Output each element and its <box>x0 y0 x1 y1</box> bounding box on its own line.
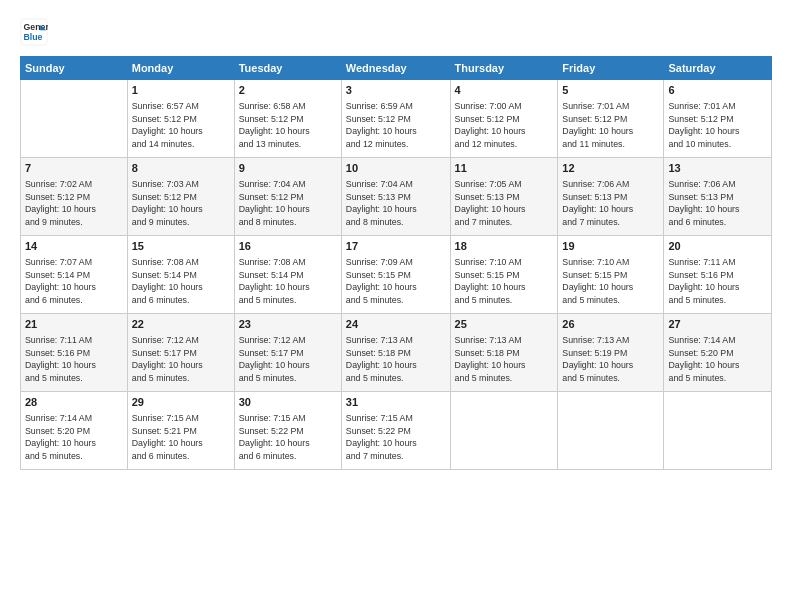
day-info: Sunrise: 7:03 AM Sunset: 5:12 PM Dayligh… <box>132 178 230 229</box>
day-number: 28 <box>25 395 123 411</box>
day-info: Sunrise: 7:06 AM Sunset: 5:13 PM Dayligh… <box>562 178 659 229</box>
day-cell <box>664 392 772 470</box>
day-number: 31 <box>346 395 446 411</box>
day-cell: 11Sunrise: 7:05 AM Sunset: 5:13 PM Dayli… <box>450 158 558 236</box>
day-cell: 13Sunrise: 7:06 AM Sunset: 5:13 PM Dayli… <box>664 158 772 236</box>
svg-text:General: General <box>24 22 49 32</box>
day-number: 17 <box>346 239 446 255</box>
day-cell: 26Sunrise: 7:13 AM Sunset: 5:19 PM Dayli… <box>558 314 664 392</box>
day-info: Sunrise: 7:00 AM Sunset: 5:12 PM Dayligh… <box>455 100 554 151</box>
day-number: 22 <box>132 317 230 333</box>
day-cell: 10Sunrise: 7:04 AM Sunset: 5:13 PM Dayli… <box>341 158 450 236</box>
weekday-header-thursday: Thursday <box>450 57 558 80</box>
day-number: 5 <box>562 83 659 99</box>
day-info: Sunrise: 7:01 AM Sunset: 5:12 PM Dayligh… <box>562 100 659 151</box>
weekday-header-wednesday: Wednesday <box>341 57 450 80</box>
day-cell: 28Sunrise: 7:14 AM Sunset: 5:20 PM Dayli… <box>21 392 128 470</box>
day-info: Sunrise: 7:10 AM Sunset: 5:15 PM Dayligh… <box>562 256 659 307</box>
day-number: 11 <box>455 161 554 177</box>
day-number: 20 <box>668 239 767 255</box>
day-number: 18 <box>455 239 554 255</box>
week-row-5: 28Sunrise: 7:14 AM Sunset: 5:20 PM Dayli… <box>21 392 772 470</box>
day-cell: 14Sunrise: 7:07 AM Sunset: 5:14 PM Dayli… <box>21 236 128 314</box>
day-number: 29 <box>132 395 230 411</box>
logo: General Blue <box>20 18 50 46</box>
day-number: 15 <box>132 239 230 255</box>
day-cell: 27Sunrise: 7:14 AM Sunset: 5:20 PM Dayli… <box>664 314 772 392</box>
day-cell: 18Sunrise: 7:10 AM Sunset: 5:15 PM Dayli… <box>450 236 558 314</box>
day-number: 6 <box>668 83 767 99</box>
day-info: Sunrise: 7:14 AM Sunset: 5:20 PM Dayligh… <box>668 334 767 385</box>
day-info: Sunrise: 7:08 AM Sunset: 5:14 PM Dayligh… <box>132 256 230 307</box>
day-cell: 16Sunrise: 7:08 AM Sunset: 5:14 PM Dayli… <box>234 236 341 314</box>
day-info: Sunrise: 7:10 AM Sunset: 5:15 PM Dayligh… <box>455 256 554 307</box>
day-info: Sunrise: 7:15 AM Sunset: 5:22 PM Dayligh… <box>346 412 446 463</box>
day-number: 19 <box>562 239 659 255</box>
day-number: 23 <box>239 317 337 333</box>
day-cell: 9Sunrise: 7:04 AM Sunset: 5:12 PM Daylig… <box>234 158 341 236</box>
week-row-1: 1Sunrise: 6:57 AM Sunset: 5:12 PM Daylig… <box>21 80 772 158</box>
day-cell: 12Sunrise: 7:06 AM Sunset: 5:13 PM Dayli… <box>558 158 664 236</box>
day-cell: 30Sunrise: 7:15 AM Sunset: 5:22 PM Dayli… <box>234 392 341 470</box>
day-cell: 25Sunrise: 7:13 AM Sunset: 5:18 PM Dayli… <box>450 314 558 392</box>
header: General Blue <box>20 18 772 46</box>
day-cell: 3Sunrise: 6:59 AM Sunset: 5:12 PM Daylig… <box>341 80 450 158</box>
day-cell: 22Sunrise: 7:12 AM Sunset: 5:17 PM Dayli… <box>127 314 234 392</box>
day-cell: 2Sunrise: 6:58 AM Sunset: 5:12 PM Daylig… <box>234 80 341 158</box>
day-cell: 6Sunrise: 7:01 AM Sunset: 5:12 PM Daylig… <box>664 80 772 158</box>
calendar-table: SundayMondayTuesdayWednesdayThursdayFrid… <box>20 56 772 470</box>
day-number: 25 <box>455 317 554 333</box>
day-cell: 15Sunrise: 7:08 AM Sunset: 5:14 PM Dayli… <box>127 236 234 314</box>
day-info: Sunrise: 7:13 AM Sunset: 5:19 PM Dayligh… <box>562 334 659 385</box>
day-number: 7 <box>25 161 123 177</box>
day-cell: 1Sunrise: 6:57 AM Sunset: 5:12 PM Daylig… <box>127 80 234 158</box>
weekday-header-sunday: Sunday <box>21 57 128 80</box>
day-info: Sunrise: 7:13 AM Sunset: 5:18 PM Dayligh… <box>346 334 446 385</box>
day-info: Sunrise: 7:02 AM Sunset: 5:12 PM Dayligh… <box>25 178 123 229</box>
day-cell: 7Sunrise: 7:02 AM Sunset: 5:12 PM Daylig… <box>21 158 128 236</box>
day-cell: 29Sunrise: 7:15 AM Sunset: 5:21 PM Dayli… <box>127 392 234 470</box>
day-cell: 4Sunrise: 7:00 AM Sunset: 5:12 PM Daylig… <box>450 80 558 158</box>
day-cell <box>21 80 128 158</box>
day-info: Sunrise: 7:11 AM Sunset: 5:16 PM Dayligh… <box>668 256 767 307</box>
day-cell: 24Sunrise: 7:13 AM Sunset: 5:18 PM Dayli… <box>341 314 450 392</box>
day-info: Sunrise: 7:12 AM Sunset: 5:17 PM Dayligh… <box>132 334 230 385</box>
week-row-3: 14Sunrise: 7:07 AM Sunset: 5:14 PM Dayli… <box>21 236 772 314</box>
day-info: Sunrise: 7:15 AM Sunset: 5:21 PM Dayligh… <box>132 412 230 463</box>
day-number: 24 <box>346 317 446 333</box>
day-info: Sunrise: 7:11 AM Sunset: 5:16 PM Dayligh… <box>25 334 123 385</box>
day-number: 14 <box>25 239 123 255</box>
day-cell: 17Sunrise: 7:09 AM Sunset: 5:15 PM Dayli… <box>341 236 450 314</box>
day-info: Sunrise: 7:13 AM Sunset: 5:18 PM Dayligh… <box>455 334 554 385</box>
day-info: Sunrise: 7:07 AM Sunset: 5:14 PM Dayligh… <box>25 256 123 307</box>
day-cell: 8Sunrise: 7:03 AM Sunset: 5:12 PM Daylig… <box>127 158 234 236</box>
day-cell <box>558 392 664 470</box>
day-number: 26 <box>562 317 659 333</box>
day-cell <box>450 392 558 470</box>
day-number: 21 <box>25 317 123 333</box>
day-number: 27 <box>668 317 767 333</box>
day-number: 12 <box>562 161 659 177</box>
day-number: 9 <box>239 161 337 177</box>
day-info: Sunrise: 7:05 AM Sunset: 5:13 PM Dayligh… <box>455 178 554 229</box>
weekday-header-tuesday: Tuesday <box>234 57 341 80</box>
day-info: Sunrise: 6:58 AM Sunset: 5:12 PM Dayligh… <box>239 100 337 151</box>
week-row-4: 21Sunrise: 7:11 AM Sunset: 5:16 PM Dayli… <box>21 314 772 392</box>
day-info: Sunrise: 7:15 AM Sunset: 5:22 PM Dayligh… <box>239 412 337 463</box>
day-info: Sunrise: 7:08 AM Sunset: 5:14 PM Dayligh… <box>239 256 337 307</box>
day-cell: 5Sunrise: 7:01 AM Sunset: 5:12 PM Daylig… <box>558 80 664 158</box>
logo-icon: General Blue <box>20 18 48 46</box>
day-number: 13 <box>668 161 767 177</box>
day-cell: 20Sunrise: 7:11 AM Sunset: 5:16 PM Dayli… <box>664 236 772 314</box>
day-number: 1 <box>132 83 230 99</box>
day-info: Sunrise: 6:59 AM Sunset: 5:12 PM Dayligh… <box>346 100 446 151</box>
day-info: Sunrise: 7:04 AM Sunset: 5:13 PM Dayligh… <box>346 178 446 229</box>
day-info: Sunrise: 7:04 AM Sunset: 5:12 PM Dayligh… <box>239 178 337 229</box>
day-info: Sunrise: 6:57 AM Sunset: 5:12 PM Dayligh… <box>132 100 230 151</box>
day-number: 30 <box>239 395 337 411</box>
day-number: 3 <box>346 83 446 99</box>
day-info: Sunrise: 7:12 AM Sunset: 5:17 PM Dayligh… <box>239 334 337 385</box>
day-number: 4 <box>455 83 554 99</box>
day-number: 16 <box>239 239 337 255</box>
svg-text:Blue: Blue <box>24 32 43 42</box>
